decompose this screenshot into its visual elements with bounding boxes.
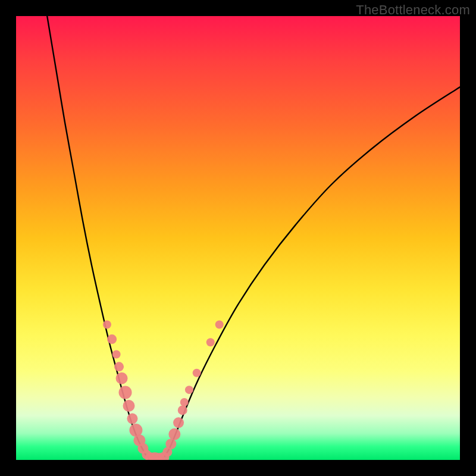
data-point bbox=[112, 350, 121, 358]
chart-svg bbox=[16, 16, 460, 460]
curve-left-curve bbox=[47, 16, 149, 459]
data-point bbox=[173, 417, 184, 428]
data-point bbox=[193, 369, 201, 377]
data-point bbox=[107, 334, 117, 344]
data-point bbox=[185, 386, 193, 394]
data-point bbox=[123, 400, 134, 412]
plot-area bbox=[16, 16, 460, 460]
data-point bbox=[119, 386, 132, 399]
chart-frame: TheBottleneck.com bbox=[0, 0, 476, 476]
data-point bbox=[103, 320, 111, 328]
curve-right-curve bbox=[162, 87, 460, 459]
data-point bbox=[165, 439, 176, 449]
data-point bbox=[206, 338, 215, 346]
scatter-layer bbox=[103, 320, 224, 460]
data-point bbox=[215, 320, 224, 328]
curve-layer bbox=[47, 16, 460, 459]
data-point bbox=[178, 405, 187, 415]
watermark-text: TheBottleneck.com bbox=[356, 2, 470, 18]
data-point bbox=[116, 372, 128, 384]
data-point bbox=[168, 428, 180, 440]
data-point bbox=[114, 362, 124, 371]
data-point bbox=[127, 414, 137, 424]
data-point bbox=[180, 398, 189, 406]
